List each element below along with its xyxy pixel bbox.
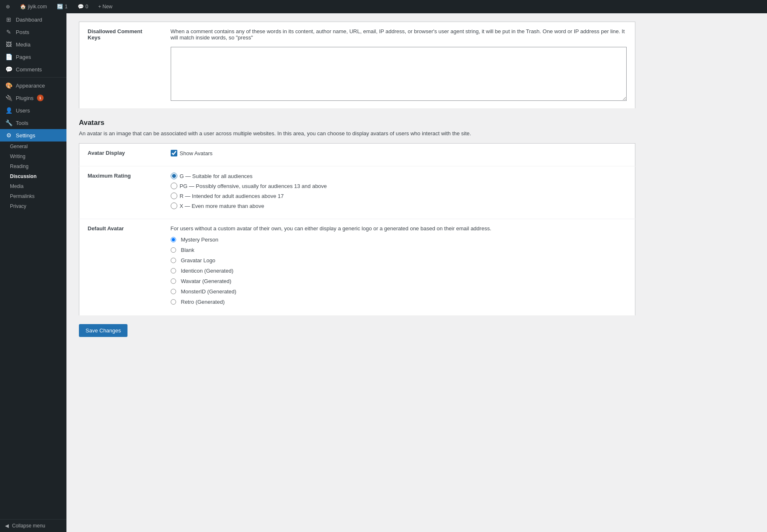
sidebar-label-pages: Pages (16, 54, 31, 60)
sidebar-item-posts[interactable]: ✎ Posts (0, 26, 66, 38)
sidebar: ⊞ Dashboard ✎ Posts 🖼 Media 📄 Pages 💬 Co… (0, 13, 66, 532)
avatar-wavatar-radio[interactable] (171, 278, 176, 284)
users-icon: 👤 (5, 107, 12, 114)
rating-x-label: X — Even more mature than above (180, 203, 265, 209)
sidebar-label-tools: Tools (16, 120, 28, 126)
sidebar-label-comments: Comments (16, 66, 42, 73)
admin-bar: ⊛ 🏠 jiyik.com 🔄 1 💬 0 + New (0, 0, 767, 13)
save-changes-button[interactable]: Save Changes (79, 324, 127, 337)
sidebar-item-pages[interactable]: 📄 Pages (0, 51, 66, 63)
submenu-item-media[interactable]: Media (0, 181, 66, 191)
submenu-item-permalinks[interactable]: Permalinks (0, 191, 66, 201)
sidebar-item-settings[interactable]: ⚙ Settings (0, 129, 66, 142)
site-icon: 🏠 (20, 4, 26, 10)
show-avatars-checkbox-label: Show Avatars (180, 150, 213, 156)
rating-pg-option: PG — Possibly offensive, usually for aud… (171, 183, 627, 189)
rating-pg-label: PG — Possibly offensive, usually for aud… (180, 183, 327, 189)
sidebar-item-tools[interactable]: 🔧 Tools (0, 117, 66, 129)
avatar-identicon-option: Identicon (Generated) (171, 268, 627, 274)
avatar-mystery-radio[interactable] (171, 237, 176, 242)
avatar-monsterid-option: MonsterID (Generated) (171, 288, 627, 295)
rating-x-radio[interactable] (171, 203, 177, 209)
content-area: Disallowed Comment Keys When a comment c… (66, 13, 767, 532)
rating-g-radio[interactable] (171, 173, 177, 179)
sidebar-item-plugins[interactable]: 🔌 Plugins 1 (0, 92, 66, 104)
rating-r-option: R — Intended for adult audiences above 1… (171, 193, 627, 199)
appearance-icon: 🎨 (5, 82, 12, 89)
sidebar-label-appearance: Appearance (16, 83, 45, 89)
submenu-item-writing[interactable]: Writing (0, 151, 66, 161)
new-label: + New (98, 4, 112, 10)
avatar-identicon-label: Identicon (Generated) (181, 268, 233, 274)
avatar-gravatar-label: Gravatar Logo (181, 257, 216, 264)
comments-count: 0 (86, 4, 88, 10)
show-avatars-check: Show Avatars (171, 150, 627, 156)
avatar-display-label: Avatar Display (79, 144, 162, 166)
sidebar-item-media[interactable]: 🖼 Media (0, 38, 66, 51)
updates-count: 1 (65, 4, 68, 10)
disallowed-keys-label: Disallowed Comment Keys (79, 22, 162, 109)
rating-pg-radio[interactable] (171, 183, 177, 189)
settings-icon: ⚙ (5, 132, 12, 139)
rating-g-label: G — Suitable for all audiences (180, 173, 253, 179)
adminbar-new[interactable]: + New (96, 0, 115, 13)
avatar-retro-radio[interactable] (171, 299, 176, 305)
disallowed-keys-description: When a comment contains any of these wor… (171, 28, 625, 41)
avatar-mystery-option: Mystery Person (171, 237, 627, 243)
avatar-display-row: Avatar Display Show Avatars (79, 144, 635, 166)
submenu-item-reading[interactable]: Reading (0, 161, 66, 171)
avatar-retro-option: Retro (Generated) (171, 299, 627, 305)
avatar-display-cell: Show Avatars (162, 144, 635, 166)
content-inner: Disallowed Comment Keys When a comment c… (66, 13, 648, 354)
avatar-gravatar-option: Gravatar Logo (171, 257, 627, 264)
adminbar-comments[interactable]: 💬 0 (75, 0, 91, 13)
disallowed-keys-textarea[interactable] (171, 47, 627, 101)
rating-r-radio[interactable] (171, 193, 177, 199)
maximum-rating-row: Maximum Rating G — Suitable for all audi… (79, 166, 635, 219)
collapse-label: Collapse menu (12, 523, 45, 529)
avatar-wavatar-label: Wavatar (Generated) (181, 278, 232, 284)
avatar-mystery-label: Mystery Person (181, 237, 218, 243)
submenu-item-discussion[interactable]: Discussion (0, 171, 66, 181)
avatars-heading: Avatars (79, 119, 635, 127)
maximum-rating-cell: G — Suitable for all audiences PG — Poss… (162, 166, 635, 219)
site-name: jiyik.com (28, 4, 47, 10)
pages-icon: 📄 (5, 54, 12, 60)
rating-x-option: X — Even more mature than above (171, 203, 627, 209)
main-layout: ⊞ Dashboard ✎ Posts 🖼 Media 📄 Pages 💬 Co… (0, 13, 767, 532)
avatar-blank-radio[interactable] (171, 247, 176, 253)
avatar-identicon-radio[interactable] (171, 268, 176, 273)
disallowed-keys-table: Disallowed Comment Keys When a comment c… (79, 22, 635, 109)
show-avatars-checkbox[interactable] (171, 150, 177, 156)
avatar-gravatar-radio[interactable] (171, 258, 176, 263)
rating-g-option: G — Suitable for all audiences (171, 173, 627, 179)
media-icon: 🖼 (5, 41, 12, 48)
avatar-monsterid-label: MonsterID (Generated) (181, 288, 237, 295)
posts-icon: ✎ (5, 29, 12, 35)
sidebar-item-comments[interactable]: 💬 Comments (0, 63, 66, 76)
disallowed-keys-cell: When a comment contains any of these wor… (162, 22, 635, 109)
submenu-item-privacy[interactable]: Privacy (0, 201, 66, 211)
sidebar-label-media: Media (16, 41, 30, 48)
default-avatar-label: Default Avatar (79, 219, 162, 316)
adminbar-updates[interactable]: 🔄 1 (54, 0, 70, 13)
sidebar-item-dashboard[interactable]: ⊞ Dashboard (0, 13, 66, 26)
sidebar-item-users[interactable]: 👤 Users (0, 104, 66, 117)
submenu-item-general[interactable]: General (0, 142, 66, 151)
avatar-monsterid-radio[interactable] (171, 289, 176, 294)
collapse-menu-button[interactable]: ◀ Collapse menu (0, 519, 66, 532)
default-avatar-row: Default Avatar For users without a custo… (79, 219, 635, 316)
adminbar-site[interactable]: 🏠 jiyik.com (17, 0, 49, 13)
plugins-badge: 1 (37, 95, 44, 101)
disallowed-keys-row: Disallowed Comment Keys When a comment c… (79, 22, 635, 109)
dashboard-icon: ⊞ (5, 16, 12, 23)
collapse-icon: ◀ (5, 523, 9, 529)
sidebar-label-dashboard: Dashboard (16, 17, 42, 23)
sidebar-item-appearance[interactable]: 🎨 Appearance (0, 79, 66, 92)
sidebar-divider-1 (0, 77, 66, 78)
avatar-blank-option: Blank (171, 247, 627, 253)
adminbar-logo[interactable]: ⊛ (3, 0, 12, 13)
plugins-icon: 🔌 (5, 95, 12, 101)
sidebar-label-posts: Posts (16, 29, 29, 35)
wp-logo-icon: ⊛ (6, 4, 10, 10)
